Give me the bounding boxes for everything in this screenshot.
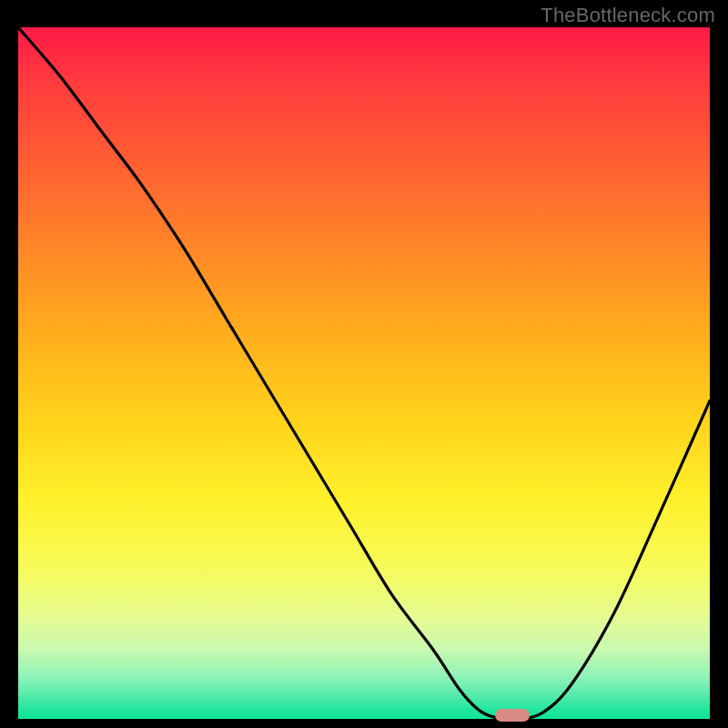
- curve-svg: [18, 27, 710, 719]
- optimal-marker: [495, 709, 530, 722]
- plot-area: [18, 27, 710, 719]
- outer-frame: TheBottleneck.com: [0, 0, 728, 728]
- watermark-text: TheBottleneck.com: [541, 4, 715, 27]
- bottleneck-curve-path: [18, 27, 710, 719]
